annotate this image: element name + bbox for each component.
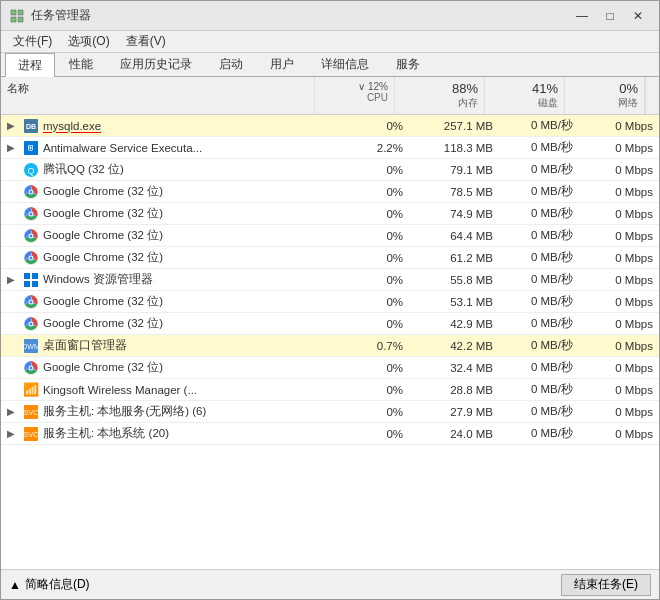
svg-point-37 — [30, 322, 33, 325]
table-row[interactable]: Q腾讯QQ (32 位)0%79.1 MB0 MB/秒0 Mbps — [1, 159, 659, 181]
network-cell: 0 Mbps — [579, 140, 659, 156]
title-bar: 任务管理器 — □ ✕ — [1, 1, 659, 31]
tab-users[interactable]: 用户 — [257, 52, 307, 76]
col-memory[interactable]: 88% 内存 — [395, 77, 485, 114]
cpu-cell: 0% — [329, 118, 409, 134]
cpu-cell: 0% — [329, 162, 409, 178]
table-row[interactable]: Google Chrome (32 位)0%74.9 MB0 MB/秒0 Mbp… — [1, 203, 659, 225]
table-row[interactable]: Google Chrome (32 位)0%78.5 MB0 MB/秒0 Mbp… — [1, 181, 659, 203]
svg-text:📶: 📶 — [23, 382, 39, 398]
col-disk[interactable]: 41% 磁盘 — [485, 77, 565, 114]
table-row[interactable]: ▶DBmysqld.exe0%257.1 MB0 MB/秒0 Mbps — [1, 115, 659, 137]
memory-cell: 42.9 MB — [409, 316, 499, 332]
network-cell: 0 Mbps — [579, 382, 659, 398]
expand-arrow[interactable]: ▶ — [7, 120, 19, 131]
svg-rect-1 — [18, 10, 23, 15]
expand-arrow[interactable]: ▶ — [7, 142, 19, 153]
memory-cell: 79.1 MB — [409, 162, 499, 178]
network-cell: 0 Mbps — [579, 426, 659, 442]
bottom-bar: ▲ 简略信息(D) 结束任务(E) — [1, 569, 659, 599]
table-row[interactable]: Google Chrome (32 位)0%32.4 MB0 MB/秒0 Mbp… — [1, 357, 659, 379]
svg-rect-28 — [24, 281, 30, 287]
network-cell: 0 Mbps — [579, 206, 659, 222]
svg-point-33 — [30, 300, 33, 303]
summary-toggle[interactable]: ▲ 简略信息(D) — [9, 576, 90, 593]
svg-text:DB: DB — [26, 123, 36, 130]
table-row[interactable]: ▶⛨Antimalware Service Executa...2.2%118.… — [1, 137, 659, 159]
table-row[interactable]: DWM桌面窗口管理器0.7%42.2 MB0 MB/秒0 Mbps — [1, 335, 659, 357]
col-name[interactable]: 名称 — [1, 77, 315, 114]
network-cell: 0 Mbps — [579, 272, 659, 288]
process-name-cell: DWM桌面窗口管理器 — [1, 336, 329, 356]
expand-arrow[interactable]: ▶ — [7, 428, 19, 439]
network-cell: 0 Mbps — [579, 360, 659, 376]
memory-cell: 32.4 MB — [409, 360, 499, 376]
table-row[interactable]: ▶Windows 资源管理器0%55.8 MB0 MB/秒0 Mbps — [1, 269, 659, 291]
menu-options[interactable]: 选项(O) — [60, 31, 117, 52]
process-name-cell: Google Chrome (32 位) — [1, 226, 329, 246]
memory-cell: 64.4 MB — [409, 228, 499, 244]
tab-processes[interactable]: 进程 — [5, 53, 55, 77]
maximize-button[interactable]: □ — [597, 6, 623, 26]
memory-cell: 74.9 MB — [409, 206, 499, 222]
end-task-button[interactable]: 结束任务(E) — [561, 574, 651, 596]
memory-cell: 61.2 MB — [409, 250, 499, 266]
chrome-icon — [23, 250, 39, 266]
process-name: Google Chrome (32 位) — [43, 184, 163, 199]
cpu-cell: 0% — [329, 382, 409, 398]
table-row[interactable]: 📶Kingsoft Wireless Manager (...0%28.8 MB… — [1, 379, 659, 401]
table-row[interactable]: Google Chrome (32 位)0%42.9 MB0 MB/秒0 Mbp… — [1, 313, 659, 335]
process-name: Google Chrome (32 位) — [43, 228, 163, 243]
cpu-cell: 0% — [329, 294, 409, 310]
cpu-cell: 0% — [329, 206, 409, 222]
disk-cell: 0 MB/秒 — [499, 182, 579, 201]
process-name-cell: Google Chrome (32 位) — [1, 358, 329, 378]
table-row[interactable]: Google Chrome (32 位)0%64.4 MB0 MB/秒0 Mbp… — [1, 225, 659, 247]
memory-cell: 257.1 MB — [409, 118, 499, 134]
col-cpu[interactable]: ∨ 12% CPU — [315, 77, 395, 114]
memory-cell: 24.0 MB — [409, 426, 499, 442]
table-row[interactable]: Google Chrome (32 位)0%61.2 MB0 MB/秒0 Mbp… — [1, 247, 659, 269]
network-cell: 0 Mbps — [579, 250, 659, 266]
process-name-cell: Q腾讯QQ (32 位) — [1, 160, 329, 180]
service-icon: SVC — [23, 426, 39, 442]
minimize-button[interactable]: — — [569, 6, 595, 26]
tab-app-history[interactable]: 应用历史记录 — [107, 52, 205, 76]
svg-point-25 — [30, 256, 33, 259]
window-title: 任务管理器 — [31, 7, 569, 24]
scrollbar-placeholder — [645, 77, 659, 114]
process-name: mysqld.exe — [43, 120, 101, 132]
tab-performance[interactable]: 性能 — [56, 52, 106, 76]
col-network[interactable]: 0% 网络 — [565, 77, 645, 114]
process-list[interactable]: ▶DBmysqld.exe0%257.1 MB0 MB/秒0 Mbps▶⛨Ant… — [1, 115, 659, 569]
tab-services[interactable]: 服务 — [383, 52, 433, 76]
tab-details[interactable]: 详细信息 — [308, 52, 382, 76]
process-name: Google Chrome (32 位) — [43, 360, 163, 375]
svg-point-13 — [30, 190, 33, 193]
cpu-cell: 0% — [329, 360, 409, 376]
svg-text:Q: Q — [27, 166, 34, 176]
disk-cell: 0 MB/秒 — [499, 402, 579, 421]
expand-arrow[interactable]: ▶ — [7, 274, 19, 285]
process-name-cell: 📶Kingsoft Wireless Manager (... — [1, 380, 329, 400]
close-button[interactable]: ✕ — [625, 6, 651, 26]
window-controls: — □ ✕ — [569, 6, 651, 26]
network-cell: 0 Mbps — [579, 162, 659, 178]
task-manager-window: 任务管理器 — □ ✕ 文件(F) 选项(O) 查看(V) 进程 性能 应用历史… — [0, 0, 660, 600]
disk-cell: 0 MB/秒 — [499, 380, 579, 399]
table-row[interactable]: ▶SVC服务主机: 本地服务(无网络) (6)0%27.9 MB0 MB/秒0 … — [1, 401, 659, 423]
network-cell: 0 Mbps — [579, 118, 659, 134]
chrome-icon — [23, 316, 39, 332]
table-row[interactable]: Google Chrome (32 位)0%53.1 MB0 MB/秒0 Mbp… — [1, 291, 659, 313]
svg-rect-29 — [32, 281, 38, 287]
tab-startup[interactable]: 启动 — [206, 52, 256, 76]
expand-arrow[interactable]: ▶ — [7, 406, 19, 417]
svg-rect-2 — [11, 17, 16, 22]
menu-file[interactable]: 文件(F) — [5, 31, 60, 52]
table-row[interactable]: ▶SVC服务主机: 本地系统 (20)0%24.0 MB0 MB/秒0 Mbps — [1, 423, 659, 445]
cpu-cell: 0% — [329, 426, 409, 442]
summary-label: 简略信息(D) — [25, 576, 90, 593]
network-cell: 0 Mbps — [579, 184, 659, 200]
menu-view[interactable]: 查看(V) — [118, 31, 174, 52]
process-name: Google Chrome (32 位) — [43, 206, 163, 221]
